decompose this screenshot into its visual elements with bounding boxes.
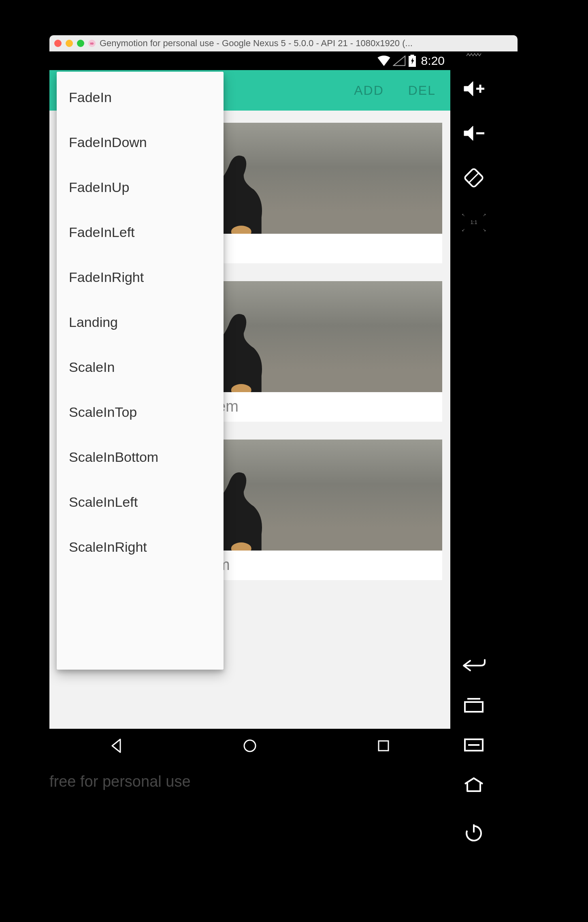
genymotion-app-icon: ∞ (88, 40, 96, 47)
status-bar-clock: 8:20 (421, 54, 445, 68)
svg-rect-1 (410, 55, 414, 56)
mac-minimize-button[interactable] (66, 40, 73, 47)
dropdown-item-fadeinleft[interactable]: FadeInLeft (57, 210, 224, 255)
svg-rect-6 (379, 741, 388, 751)
arrow-icon: ↙ (462, 228, 465, 232)
android-status-bar: 8:20 (49, 51, 450, 70)
wifi-icon (377, 55, 390, 66)
battery-charging-icon (408, 55, 416, 67)
mac-close-button[interactable] (54, 40, 62, 47)
arrow-icon: ↘ (483, 228, 486, 232)
svg-rect-12 (465, 702, 483, 712)
geny-back-button[interactable] (461, 657, 486, 674)
dropdown-item-fadeindown[interactable]: FadeInDown (57, 120, 224, 165)
dropdown-item-scalein[interactable]: ScaleIn (57, 345, 224, 390)
geny-recents-button[interactable] (461, 697, 486, 714)
cell-signal-icon (393, 55, 406, 66)
animation-dropdown-menu[interactable]: FadeIn FadeInDown FadeInUp FadeInLeft Fa… (57, 72, 224, 670)
watermark-text: free for personal use (49, 773, 191, 790)
volume-down-button[interactable] (461, 121, 486, 146)
grip-icon (466, 53, 482, 57)
mac-window-title: Genymotion for personal use - Google Nex… (100, 38, 513, 49)
geny-power-button[interactable] (461, 824, 486, 841)
mac-zoom-button[interactable] (77, 40, 84, 47)
nav-home-button[interactable] (240, 736, 260, 757)
dropdown-item-scaleinright[interactable]: ScaleInRight (57, 525, 224, 570)
nav-back-button[interactable] (107, 736, 126, 757)
arrow-icon: ↖ (462, 213, 465, 217)
dropdown-item-scaleinleft[interactable]: ScaleInLeft (57, 480, 224, 525)
dropdown-item-fadeinright[interactable]: FadeInRight (57, 255, 224, 300)
dropdown-item-fadeinup[interactable]: FadeInUp (57, 165, 224, 210)
genymotion-sidebar: ↖↗ 1:1 ↙↘ (454, 53, 494, 235)
svg-line-11 (469, 173, 479, 184)
rotate-button[interactable] (461, 165, 486, 190)
dropdown-item-fadein[interactable]: FadeIn (57, 75, 224, 120)
device-screen: 8:20 ADD DEL pple dded item newly added … (49, 51, 450, 764)
android-navigation-bar (49, 729, 450, 764)
scale-label: 1:1 (462, 220, 486, 225)
arrow-icon: ↗ (483, 213, 486, 217)
genymotion-bottom-controls (454, 657, 494, 841)
volume-up-button[interactable] (461, 76, 486, 101)
dropdown-item-scaleinbottom[interactable]: ScaleInBottom (57, 435, 224, 480)
add-button[interactable]: ADD (347, 80, 390, 101)
geny-menu-button[interactable] (461, 736, 486, 753)
svg-point-5 (244, 740, 256, 751)
dropdown-item-scaleintop[interactable]: ScaleInTop (57, 390, 224, 435)
dropdown-item-landing[interactable]: Landing (57, 300, 224, 345)
scale-button[interactable]: ↖↗ 1:1 ↙↘ (461, 210, 486, 235)
del-button[interactable]: DEL (402, 80, 442, 101)
geny-home-button[interactable] (461, 776, 486, 793)
mac-titlebar: ∞ Genymotion for personal use - Google N… (49, 35, 518, 51)
nav-recents-button[interactable] (374, 736, 393, 757)
